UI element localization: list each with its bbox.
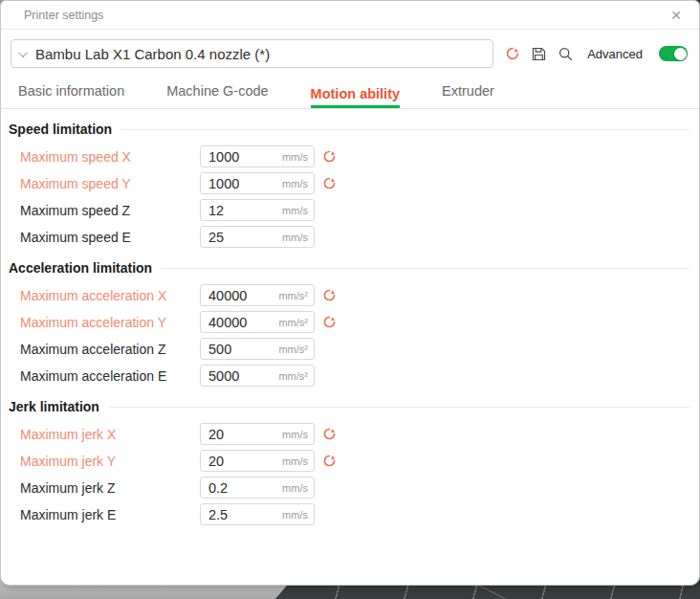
preset-selected-value: Bambu Lab X1 Carbon 0.4 nozzle (*) — [35, 46, 270, 62]
unit-label: mm/s — [282, 151, 314, 163]
max-jerk-e-input[interactable] — [201, 507, 282, 522]
preset-row: Bambu Lab X1 Carbon 0.4 nozzle (*) — [1, 30, 699, 72]
setting-label: Maximum acceleration Y — [9, 315, 200, 330]
setting-field[interactable]: mm/s² — [200, 311, 315, 333]
unit-label: mm/s² — [278, 344, 314, 355]
max-speed-x-input[interactable] — [201, 149, 282, 165]
settings-content: Speed limitation Maximum speed X mm/s Ma… — [1, 120, 699, 525]
advanced-label: Advanced — [587, 47, 643, 61]
setting-label: Maximum jerk X — [9, 427, 200, 442]
unit-label: mm/s² — [278, 370, 314, 382]
setting-label: Maximum jerk Z — [9, 480, 200, 496]
setting-label: Maximum acceleration E — [9, 368, 200, 384]
setting-row-max-speed-y: Maximum speed Y mm/s — [9, 172, 689, 194]
unit-label: mm/s — [282, 232, 314, 243]
setting-row-max-jerk-e: Maximum jerk E mm/s — [9, 503, 689, 525]
setting-field[interactable]: mm/s — [200, 423, 315, 445]
setting-field[interactable]: mm/s² — [200, 284, 315, 306]
setting-label: Maximum speed Y — [9, 176, 200, 191]
section-header-acceleration: Acceleration limitation — [9, 258, 689, 277]
toggle-knob — [674, 48, 687, 60]
setting-row-max-jerk-y: Maximum jerk Y mm/s — [9, 450, 689, 472]
tab-basic-information[interactable]: Basic information — [18, 83, 124, 108]
advanced-toggle[interactable] — [659, 46, 688, 61]
title-bar: Printer settings ✕ — [1, 1, 699, 30]
undo-icon[interactable] — [322, 427, 337, 441]
setting-row-max-accel-y: Maximum acceleration Y mm/s² — [9, 311, 689, 333]
setting-row-max-speed-z: Maximum speed Z mm/s — [9, 199, 689, 221]
setting-field[interactable]: mm/s² — [200, 338, 315, 360]
setting-row-max-speed-x: Maximum speed X mm/s — [9, 145, 689, 167]
setting-row-max-accel-z: Maximum acceleration Z mm/s² — [9, 338, 689, 360]
setting-field[interactable]: mm/s — [200, 477, 315, 499]
setting-field[interactable]: mm/s — [200, 226, 315, 248]
unit-label: mm/s — [282, 482, 314, 494]
max-jerk-z-input[interactable] — [201, 480, 282, 496]
undo-icon[interactable] — [322, 288, 337, 302]
setting-field[interactable]: mm/s — [200, 503, 315, 525]
setting-label: Maximum jerk E — [9, 507, 200, 522]
max-accel-e-input[interactable] — [201, 368, 278, 384]
undo-icon[interactable] — [322, 149, 337, 164]
max-jerk-x-input[interactable] — [201, 427, 282, 442]
chevron-down-icon — [18, 48, 28, 57]
setting-row-max-speed-e: Maximum speed E mm/s — [9, 226, 689, 248]
setting-row-max-jerk-x: Maximum jerk X mm/s — [9, 423, 689, 445]
setting-label: Maximum speed X — [9, 149, 200, 165]
undo-icon[interactable] — [322, 315, 337, 329]
max-accel-z-input[interactable] — [201, 342, 278, 357]
max-jerk-y-input[interactable] — [201, 454, 282, 469]
max-accel-y-input[interactable] — [201, 315, 278, 330]
undo-icon[interactable] — [322, 176, 337, 190]
max-speed-z-input[interactable] — [201, 203, 282, 218]
max-speed-y-input[interactable] — [201, 176, 282, 191]
unit-label: mm/s — [282, 455, 314, 467]
unit-label: mm/s — [282, 429, 314, 440]
setting-field[interactable]: mm/s — [200, 199, 315, 221]
dialog-title: Printer settings — [24, 9, 665, 22]
section-header-jerk: Jerk limitation — [9, 397, 689, 416]
setting-row-max-jerk-z: Maximum jerk Z mm/s — [9, 477, 689, 499]
settings-tabs: Basic information Machine G-code Motion … — [1, 72, 699, 109]
setting-row-max-accel-e: Maximum acceleration E mm/s² — [9, 365, 689, 387]
unit-label: mm/s² — [278, 290, 314, 301]
max-speed-e-input[interactable] — [201, 230, 282, 245]
printer-settings-dialog: Printer settings ✕ Bambu Lab X1 Carbon 0… — [0, 0, 700, 586]
setting-label: Maximum acceleration X — [9, 288, 200, 303]
close-icon[interactable]: ✕ — [665, 9, 688, 22]
preset-actions: Advanced — [505, 46, 688, 62]
setting-label: Maximum jerk Y — [9, 454, 200, 469]
setting-field[interactable]: mm/s² — [200, 365, 315, 387]
unit-label: mm/s — [282, 509, 314, 521]
setting-label: Maximum speed Z — [9, 203, 200, 218]
unit-label: mm/s — [282, 205, 314, 216]
tab-machine-gcode[interactable]: Machine G-code — [166, 83, 268, 108]
tab-motion-ability[interactable]: Motion ability — [311, 86, 400, 108]
save-icon[interactable] — [531, 46, 547, 62]
reset-preset-undo-icon[interactable] — [505, 46, 520, 61]
setting-row-max-accel-x: Maximum acceleration X mm/s² — [9, 284, 689, 306]
max-accel-x-input[interactable] — [201, 288, 278, 303]
tab-extruder[interactable]: Extruder — [442, 83, 494, 108]
section-header-speed: Speed limitation — [9, 120, 689, 139]
unit-label: mm/s² — [278, 317, 314, 328]
unit-label: mm/s — [282, 178, 314, 189]
search-icon[interactable] — [558, 46, 574, 62]
setting-field[interactable]: mm/s — [200, 172, 315, 194]
setting-label: Maximum speed E — [9, 230, 200, 245]
setting-label: Maximum acceleration Z — [9, 342, 200, 357]
setting-field[interactable]: mm/s — [200, 450, 315, 472]
setting-field[interactable]: mm/s — [200, 145, 315, 167]
undo-icon[interactable] — [322, 454, 337, 468]
printer-preset-select[interactable]: Bambu Lab X1 Carbon 0.4 nozzle (*) — [11, 39, 493, 68]
